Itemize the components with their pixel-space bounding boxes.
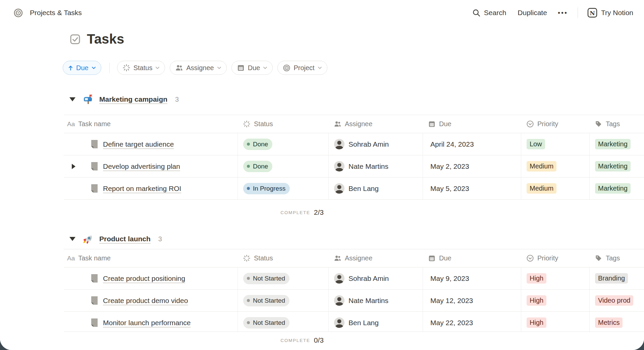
column-header-assignee[interactable]: Assignee	[328, 115, 423, 133]
status-dot-icon	[247, 299, 250, 302]
status-badge[interactable]: Done	[243, 161, 272, 172]
page-icon	[91, 274, 98, 283]
assignee-cell[interactable]: Ben Lang	[328, 178, 423, 199]
table-row: Create product demo video Not Started Na…	[64, 290, 644, 312]
more-menu-button[interactable]: •••	[558, 9, 568, 17]
sort-chip-due[interactable]: Due	[63, 61, 101, 75]
duplicate-button[interactable]: Duplicate	[518, 9, 547, 17]
tag[interactable]: Video prod	[595, 295, 633, 306]
priority-tag[interactable]: Medium	[527, 161, 556, 171]
topbar-actions: Search Duplicate ••• N Try Notion	[472, 0, 633, 26]
filter-chip-project[interactable]: Project	[277, 61, 327, 75]
status-cell[interactable]: Not Started	[237, 312, 328, 334]
priority-tag[interactable]: Low	[527, 139, 545, 149]
calendar-icon	[428, 120, 436, 128]
priority-tag[interactable]: High	[527, 295, 546, 306]
toolbar-divider	[109, 63, 110, 73]
search-icon	[472, 9, 481, 17]
status-badge[interactable]: Not Started	[243, 273, 289, 284]
column-header-assignee[interactable]: Assignee	[328, 249, 423, 267]
task-cell[interactable]: Monitor launch performance	[64, 312, 237, 334]
tag[interactable]: Marketing	[595, 139, 631, 149]
priority-cell[interactable]: High	[521, 312, 589, 334]
tags-cell[interactable]: Branding	[589, 267, 644, 289]
task-title[interactable]: Define target audience	[103, 140, 174, 148]
column-header-due[interactable]: Due	[423, 249, 521, 267]
priority-cell[interactable]: Medium	[521, 155, 589, 177]
status-badge[interactable]: Not Started	[243, 295, 289, 306]
priority-cell[interactable]: High	[521, 267, 589, 289]
filter-chip-status[interactable]: Status	[117, 61, 165, 75]
expand-triangle-icon[interactable]	[72, 164, 75, 169]
assignee-cell[interactable]: Sohrab Amin	[328, 267, 423, 289]
tags-cell[interactable]: Video prod	[589, 290, 644, 311]
task-title[interactable]: Develop advertising plan	[103, 162, 180, 170]
column-header-tags[interactable]: Tags	[589, 249, 644, 267]
priority-tag[interactable]: Medium	[527, 183, 556, 194]
collapse-triangle-icon[interactable]	[69, 97, 75, 101]
task-title[interactable]: Monitor launch performance	[103, 319, 191, 327]
task-cell[interactable]: Report on marketing ROI	[64, 178, 237, 199]
page-title[interactable]: Tasks	[87, 32, 124, 47]
status-badge[interactable]: In Progress	[243, 183, 290, 194]
group-count: 3	[158, 235, 162, 243]
group-title[interactable]: Marketing campaign	[99, 95, 167, 103]
due-cell[interactable]: May 2, 2023	[423, 155, 521, 177]
priority-cell[interactable]: Medium	[521, 178, 589, 199]
status-cell[interactable]: Not Started	[237, 267, 328, 289]
tag[interactable]: Marketing	[595, 183, 631, 194]
column-header-status[interactable]: Status	[237, 115, 328, 133]
assignee-cell[interactable]: Nate Martins	[328, 290, 423, 311]
due-cell[interactable]: April 24, 2023	[423, 133, 521, 155]
status-cell[interactable]: Done	[237, 155, 328, 177]
status-cell[interactable]: Not Started	[237, 290, 328, 311]
task-title[interactable]: Report on marketing ROI	[103, 185, 181, 193]
column-header-status[interactable]: Status	[237, 249, 328, 267]
tags-cell[interactable]: Marketing	[589, 178, 644, 199]
column-header-priority[interactable]: Priority	[521, 115, 589, 133]
try-notion-button[interactable]: N Try Notion	[587, 7, 633, 18]
priority-tag[interactable]: High	[527, 273, 546, 284]
tag[interactable]: Metrics	[595, 317, 623, 328]
filter-chip-assignee[interactable]: Assignee	[170, 61, 226, 75]
task-title[interactable]: Create product demo video	[103, 297, 188, 305]
filter-label: Status	[133, 64, 153, 72]
due-cell[interactable]: May 5, 2023	[423, 178, 521, 199]
complete-label: COMPLETE	[280, 338, 310, 343]
column-header-task-name[interactable]: Aa Task name	[64, 249, 237, 267]
assignee-cell[interactable]: Nate Martins	[328, 155, 423, 177]
tag[interactable]: Marketing	[595, 161, 631, 171]
priority-tag[interactable]: High	[527, 317, 546, 328]
notion-page: Projects & Tasks Search Duplicate •••	[0, 0, 644, 350]
search-button[interactable]: Search	[472, 9, 506, 17]
status-cell[interactable]: In Progress	[237, 178, 328, 199]
due-cell[interactable]: May 12, 2023	[423, 290, 521, 311]
column-header-priority[interactable]: Priority	[521, 249, 589, 267]
assignee-cell[interactable]: Ben Lang	[328, 312, 423, 334]
status-cell[interactable]: Done	[237, 133, 328, 155]
collapse-triangle-icon[interactable]	[69, 237, 75, 241]
status-badge[interactable]: Not Started	[243, 317, 289, 329]
tags-cell[interactable]: Marketing	[589, 155, 644, 177]
task-cell[interactable]: Create product demo video	[64, 290, 237, 311]
priority-cell[interactable]: High	[521, 290, 589, 311]
priority-cell[interactable]: Low	[521, 133, 589, 155]
task-cell[interactable]: Create product positioning	[64, 267, 237, 289]
tags-cell[interactable]: Metrics	[589, 312, 644, 334]
due-cell[interactable]: May 22, 2023	[423, 312, 521, 334]
breadcrumb[interactable]: Projects & Tasks	[13, 8, 82, 18]
tags-cell[interactable]: Marketing	[589, 133, 644, 155]
status-badge[interactable]: Done	[243, 139, 272, 150]
group-title[interactable]: Product launch	[99, 235, 151, 243]
column-header-due[interactable]: Due	[423, 115, 521, 133]
assignee-cell[interactable]: Sohrab Amin	[328, 133, 423, 155]
filter-chip-due[interactable]: Due	[231, 61, 273, 75]
task-cell[interactable]: Develop advertising plan	[64, 155, 237, 177]
task-cell[interactable]: Define target audience	[64, 133, 237, 155]
task-title[interactable]: Create product positioning	[103, 274, 185, 283]
column-header-task-name[interactable]: Aa Task name	[64, 115, 237, 133]
text-type-icon: Aa	[67, 255, 75, 262]
tag[interactable]: Branding	[595, 273, 628, 284]
due-cell[interactable]: May 9, 2023	[423, 267, 521, 289]
column-header-tags[interactable]: Tags	[589, 115, 644, 133]
